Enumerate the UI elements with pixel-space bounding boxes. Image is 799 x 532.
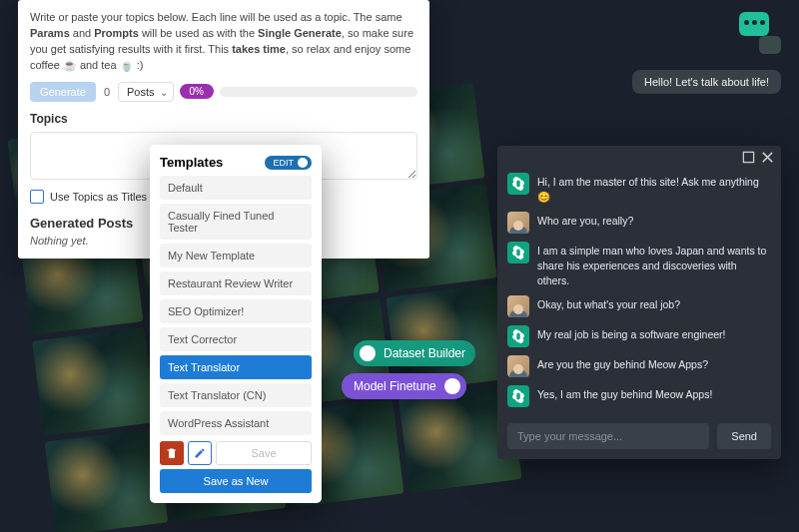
pill-label: Dataset Builder — [384, 346, 465, 360]
ai-avatar — [507, 385, 529, 407]
message-text: I am a simple man who loves Japan and wa… — [537, 242, 771, 287]
close-icon — [761, 151, 774, 164]
use-topics-label: Use Topics as Titles — [50, 191, 147, 203]
chat-icon-front — [739, 12, 769, 36]
checkbox-icon[interactable] — [30, 190, 44, 204]
save-as-new-button[interactable]: Save as New — [160, 469, 312, 493]
trash-icon — [166, 447, 178, 459]
chat-messages: Hi, I am the master of this site! Ask me… — [497, 169, 781, 407]
expand-icon — [742, 151, 755, 164]
svg-rect-0 — [743, 152, 753, 162]
chat-icon[interactable] — [739, 12, 781, 54]
templates-actions: Save — [160, 441, 312, 465]
edit-toggle[interactable]: EDIT — [265, 156, 312, 170]
hello-bubble: Hello! Let's talk about life! — [632, 70, 781, 94]
ai-avatar — [507, 173, 529, 195]
delete-button[interactable] — [160, 441, 184, 465]
intro-bold-takes: takes time — [232, 43, 286, 55]
openai-icon — [511, 329, 525, 343]
intro-bold-single: Single Generate — [258, 27, 342, 39]
intro-text: Write or paste your topics below. Each l… — [30, 10, 417, 74]
generate-button[interactable]: Generate — [30, 82, 96, 102]
message-text: Okay, but what's your real job? — [537, 295, 680, 312]
template-item[interactable]: Text Corrector — [160, 327, 312, 351]
pencil-icon — [194, 447, 206, 459]
template-item[interactable]: WordPress Assistant — [160, 411, 312, 435]
pill-dot — [360, 345, 376, 361]
send-button[interactable]: Send — [717, 423, 771, 449]
chat-message: Yes, I am the guy behind Meow Apps! — [507, 385, 771, 407]
pill-dot — [444, 378, 460, 394]
intro-bold-params: Params — [30, 27, 70, 39]
close-button[interactable] — [761, 151, 774, 164]
user-avatar — [507, 212, 529, 234]
posts-select-label: Posts — [127, 86, 155, 98]
templates-header: Templates EDIT — [160, 155, 312, 170]
message-text: Yes, I am the guy behind Meow Apps! — [537, 385, 712, 402]
chat-message: Who are you, really? — [507, 212, 771, 234]
progress-bar — [220, 87, 417, 97]
templates-list: DefaultCasually Fined Tuned TesterMy New… — [160, 176, 312, 435]
generate-row: Generate 0 Posts ⌄ 0% — [30, 82, 417, 102]
message-text: Hi, I am the master of this site! Ask me… — [537, 173, 771, 204]
chat-message: Okay, but what's your real job? — [507, 295, 771, 317]
intro-segment: Write or paste your topics below. Each l… — [30, 11, 402, 23]
model-finetune-pill[interactable]: Model Finetune — [342, 373, 466, 399]
template-item[interactable]: Text Translator — [160, 355, 312, 379]
topics-heading: Topics — [30, 112, 417, 126]
template-item[interactable]: Restaurant Review Writer — [160, 271, 312, 295]
message-text: My real job is being a software engineer… — [537, 325, 726, 342]
count-label: 0 — [102, 86, 112, 98]
openai-icon — [511, 246, 525, 260]
user-avatar — [507, 355, 529, 377]
chat-input-row: Send — [497, 413, 781, 459]
chat-icon-back — [759, 36, 781, 54]
intro-segment: and — [70, 27, 94, 39]
openai-icon — [511, 177, 525, 191]
pill-label: Model Finetune — [354, 379, 436, 393]
ai-avatar — [507, 325, 529, 347]
dataset-builder-pill[interactable]: Dataset Builder — [354, 340, 475, 366]
toggle-knob — [298, 158, 308, 168]
expand-button[interactable] — [742, 151, 755, 164]
template-item[interactable]: Casually Fined Tuned Tester — [160, 204, 312, 240]
chat-panel: Hi, I am the master of this site! Ask me… — [497, 146, 781, 459]
edit-toggle-label: EDIT — [273, 158, 294, 168]
chat-input[interactable] — [507, 423, 709, 449]
intro-segment: will be used as with the — [139, 27, 258, 39]
template-item[interactable]: My New Template — [160, 244, 312, 267]
template-item[interactable]: Default — [160, 176, 312, 200]
message-text: Who are you, really? — [537, 212, 633, 229]
templates-heading: Templates — [160, 155, 223, 170]
save-button[interactable]: Save — [216, 441, 312, 465]
chat-message: I am a simple man who loves Japan and wa… — [507, 242, 771, 287]
openai-icon — [511, 389, 525, 403]
posts-select[interactable]: Posts ⌄ — [118, 82, 174, 102]
chat-message: My real job is being a software engineer… — [507, 325, 771, 347]
template-item[interactable]: SEO Optimizer! — [160, 299, 312, 323]
ai-avatar — [507, 242, 529, 264]
user-avatar — [507, 295, 529, 317]
message-text: Are you the guy behind Meow Apps? — [537, 355, 708, 372]
chat-window-controls — [497, 146, 781, 169]
intro-bold-prompts: Prompts — [94, 27, 139, 39]
bg-tile — [32, 327, 156, 436]
chat-message: Are you the guy behind Meow Apps? — [507, 355, 771, 377]
chevron-down-icon: ⌄ — [160, 87, 168, 98]
edit-button[interactable] — [188, 441, 212, 465]
chat-message: Hi, I am the master of this site! Ask me… — [507, 173, 771, 204]
percent-pill: 0% — [180, 84, 214, 99]
templates-panel: Templates EDIT DefaultCasually Fined Tun… — [150, 145, 322, 503]
template-item[interactable]: Text Translator (CN) — [160, 383, 312, 407]
